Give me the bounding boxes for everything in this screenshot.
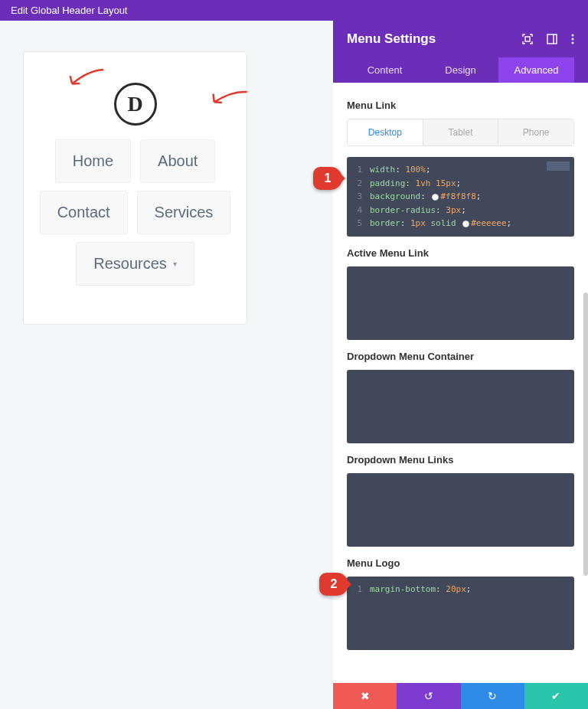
- color-swatch-icon: [462, 221, 469, 227]
- css-editor-menu-logo[interactable]: 1margin-bottom: 20px;: [347, 577, 574, 650]
- action-bar: ✖ ↺ ↻ ✔: [333, 683, 588, 709]
- label-dropdown-links: Dropdown Menu Links: [347, 454, 574, 466]
- label-menu-logo: Menu Logo: [347, 557, 574, 569]
- panel-title: Menu Settings: [347, 31, 436, 47]
- label-active-menu-link: Active Menu Link: [347, 247, 574, 259]
- label-menu-link: Menu Link: [347, 100, 574, 111]
- device-tab-desktop[interactable]: Desktop: [348, 119, 423, 145]
- callout-badge-1: 1: [313, 167, 342, 190]
- close-icon: ✖: [361, 690, 370, 702]
- menu-item-contact[interactable]: Contact: [40, 191, 128, 234]
- top-bar-title: Edit Global Header Layout: [11, 5, 127, 16]
- undo-icon: ↺: [424, 690, 433, 702]
- annotation-arrow-icon: [67, 64, 106, 97]
- cancel-button[interactable]: ✖: [333, 683, 397, 709]
- device-tab-tablet[interactable]: Tablet: [423, 119, 498, 145]
- menu-item-resources[interactable]: Resources ▾: [76, 242, 194, 286]
- css-editor-dropdown-container[interactable]: [347, 370, 574, 443]
- focus-icon[interactable]: [522, 34, 533, 44]
- logo-letter: D: [127, 92, 142, 116]
- kebab-icon[interactable]: [571, 34, 574, 44]
- device-tab-phone[interactable]: Phone: [498, 119, 573, 145]
- header-preview: D Home About Contact Services Resources …: [23, 51, 247, 325]
- tab-advanced[interactable]: Advanced: [498, 57, 574, 83]
- svg-rect-0: [525, 37, 530, 41]
- device-tabs: Desktop Tablet Phone: [347, 119, 574, 146]
- redo-icon: ↻: [488, 690, 497, 702]
- confirm-button[interactable]: ✔: [524, 683, 588, 709]
- menu-item-about[interactable]: About: [140, 139, 215, 183]
- svg-point-4: [572, 38, 574, 41]
- scrollbar[interactable]: [583, 292, 588, 576]
- redo-button[interactable]: ↻: [461, 683, 524, 709]
- panel-body: Menu Link Desktop Tablet Phone 1width: 1…: [333, 83, 588, 683]
- workspace: D Home About Contact Services Resources …: [0, 21, 588, 709]
- logo-circle: D: [114, 83, 157, 126]
- tab-content[interactable]: Content: [347, 57, 423, 83]
- menu-wrap: Home About Contact Services Resources ▾: [31, 139, 239, 286]
- undo-button[interactable]: ↺: [397, 683, 460, 709]
- menu-item-services[interactable]: Services: [137, 191, 231, 234]
- css-editor-active-menu-link[interactable]: [347, 266, 574, 340]
- css-editor-menu-link[interactable]: 1width: 100%; 2padding: 1vh 15px; 3backg…: [347, 157, 574, 237]
- annotation-arrow-icon: [207, 82, 249, 119]
- panel-tabs: Content Design Advanced: [347, 57, 574, 83]
- top-bar: Edit Global Header Layout: [0, 0, 588, 21]
- label-dropdown-container: Dropdown Menu Container: [347, 351, 574, 362]
- dock-icon[interactable]: [547, 34, 557, 44]
- cursor-block-icon: [547, 162, 570, 171]
- menu-item-home[interactable]: Home: [55, 139, 131, 183]
- chevron-down-icon: ▾: [173, 260, 177, 268]
- canvas-side: D Home About Contact Services Resources …: [0, 21, 333, 709]
- svg-rect-1: [547, 34, 557, 44]
- settings-panel: Menu Settings Content Design Advanced Me…: [333, 21, 588, 709]
- svg-point-5: [572, 42, 574, 44]
- logo-wrap: D: [114, 83, 157, 126]
- panel-header: Menu Settings Content Design Advanced: [333, 21, 588, 83]
- tab-design[interactable]: Design: [423, 57, 498, 83]
- callout-badge-2: 2: [319, 573, 348, 596]
- svg-point-3: [572, 34, 574, 37]
- color-swatch-icon: [432, 194, 439, 201]
- css-editor-dropdown-links[interactable]: [347, 473, 574, 547]
- check-icon: ✔: [551, 690, 560, 702]
